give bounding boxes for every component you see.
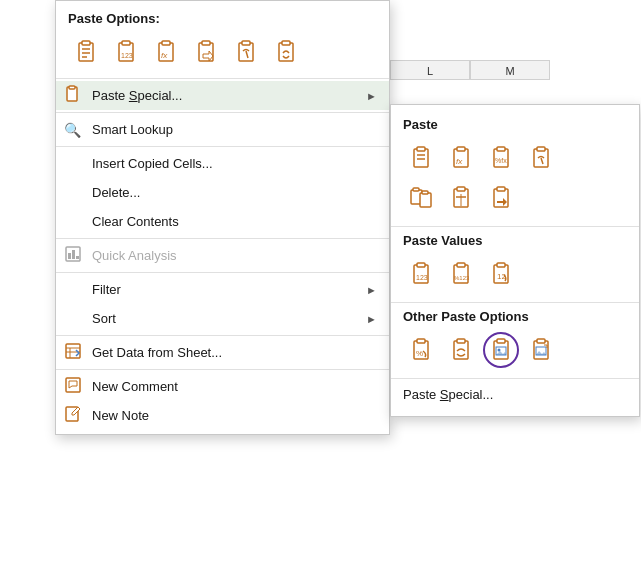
menu-item-sort[interactable]: Sort ► [56,304,389,333]
paste-special-icon [64,85,82,107]
sub-paste-pctfx[interactable]: %fx [483,140,519,176]
divider-1 [56,78,389,79]
paste-icon-fx[interactable]: fx [148,34,184,70]
menu-item-smart-lookup[interactable]: 🔍 Smart Lookup [56,115,389,144]
paste-icon-basic[interactable] [68,34,104,70]
menu-item-filter[interactable]: Filter ► [56,275,389,304]
new-note-label: New Note [92,408,149,423]
sub-paste-values-12[interactable]: 12 [483,256,519,292]
svg-text:%123: %123 [454,275,470,281]
svg-rect-22 [72,250,75,259]
sub-paste-format[interactable] [523,140,559,176]
svg-rect-68 [497,339,505,343]
svg-rect-45 [420,193,431,207]
quick-analysis-label: Quick Analysis [92,248,177,263]
paste-icon-transpose[interactable] [188,34,224,70]
submenu-other-paste-label: Other Paste Options [391,305,639,330]
menu-item-delete[interactable]: Delete... [56,178,389,207]
svg-rect-17 [282,41,290,45]
menu-item-clear-contents[interactable]: Clear Contents [56,207,389,236]
divider-3 [56,146,389,147]
context-menu: Paste Options: 123 fx [55,0,390,435]
sub-paste-keep-source[interactable] [403,180,439,216]
new-comment-icon [64,376,82,398]
insert-copied-label: Insert Copied Cells... [92,156,213,171]
new-note-icon [64,405,82,427]
svg-text:%: % [416,349,423,358]
submenu-paste-icons: fx %fx [391,138,639,184]
menu-item-new-comment[interactable]: New Comment [56,372,389,401]
column-headers: L M [390,60,550,80]
svg-rect-41 [537,147,545,151]
menu-item-new-note[interactable]: New Note [56,401,389,430]
menu-item-insert-copied[interactable]: Insert Copied Cells... [56,149,389,178]
paste-icon-123[interactable]: 123 [108,34,144,70]
menu-item-quick-analysis: Quick Analysis [56,241,389,270]
sub-paste-fx[interactable]: fx [443,140,479,176]
sort-arrow: ► [366,313,377,325]
filter-arrow: ► [366,284,377,296]
svg-rect-35 [457,147,465,151]
sub-paste-col-width[interactable] [443,180,479,216]
sub-other-format[interactable]: % [403,332,439,368]
svg-rect-57 [457,263,465,267]
svg-rect-66 [457,339,465,343]
paste-options-label: Paste Options: [56,5,389,30]
submenu-paste-special-item[interactable]: Paste Special... [391,381,639,408]
menu-item-get-data[interactable]: Get Data from Sheet... [56,338,389,367]
divider-5 [56,272,389,273]
get-data-label: Get Data from Sheet... [92,345,222,360]
paste-special-label: Paste Special... [92,88,182,103]
svg-rect-6 [122,41,130,45]
svg-text:123: 123 [121,52,133,59]
sub-other-link[interactable] [443,332,479,368]
get-data-icon [64,342,82,364]
menu-item-paste-special[interactable]: Paste Special... ► [56,81,389,110]
svg-rect-48 [457,187,465,191]
sub-paste-basic[interactable] [403,140,439,176]
submenu-paste-icons-2 [391,180,639,224]
submenu-paste-values-label: Paste Values [391,229,639,254]
svg-rect-23 [76,256,79,259]
svg-rect-46 [422,191,428,194]
submenu-divider-3 [391,378,639,379]
sub-paste-values-pct123[interactable]: %123 [443,256,479,292]
submenu-paste-values-icons: 123 %123 12 [391,254,639,300]
svg-rect-31 [417,147,425,151]
svg-text:fx: fx [456,157,463,166]
submenu-divider-2 [391,302,639,303]
smart-lookup-label: Smart Lookup [92,122,173,137]
svg-rect-19 [69,86,75,89]
divider-2 [56,112,389,113]
paste-icons-row: 123 fx [56,30,389,76]
svg-rect-52 [497,187,505,191]
svg-text:%fx: %fx [495,157,507,164]
svg-rect-14 [242,41,250,45]
sub-paste-transpose[interactable] [483,180,519,216]
sub-other-picture[interactable] [483,332,519,368]
sub-other-linked-picture[interactable] [523,332,559,368]
sub-paste-values-123[interactable]: 123 [403,256,439,292]
divider-4 [56,238,389,239]
submenu-other-paste-icons: % [391,330,639,376]
svg-rect-12 [202,41,210,45]
divider-6 [56,335,389,336]
svg-rect-63 [417,339,425,343]
paste-special-submenu: Paste fx %fx [390,104,640,417]
svg-rect-9 [162,41,170,45]
svg-rect-60 [497,263,505,267]
quick-analysis-icon [64,245,82,267]
svg-text:123: 123 [416,274,428,281]
svg-rect-21 [68,253,71,259]
col-header-M: M [470,60,550,80]
paste-icon-formatting[interactable] [228,34,264,70]
submenu-divider-1 [391,226,639,227]
svg-rect-1 [82,41,90,45]
paste-icon-link[interactable] [268,34,304,70]
divider-7 [56,369,389,370]
svg-text:fx: fx [161,51,168,60]
paste-special-arrow: ► [366,90,377,102]
svg-rect-44 [413,188,419,191]
submenu-paste-label: Paste [391,113,639,138]
svg-rect-72 [537,339,545,343]
